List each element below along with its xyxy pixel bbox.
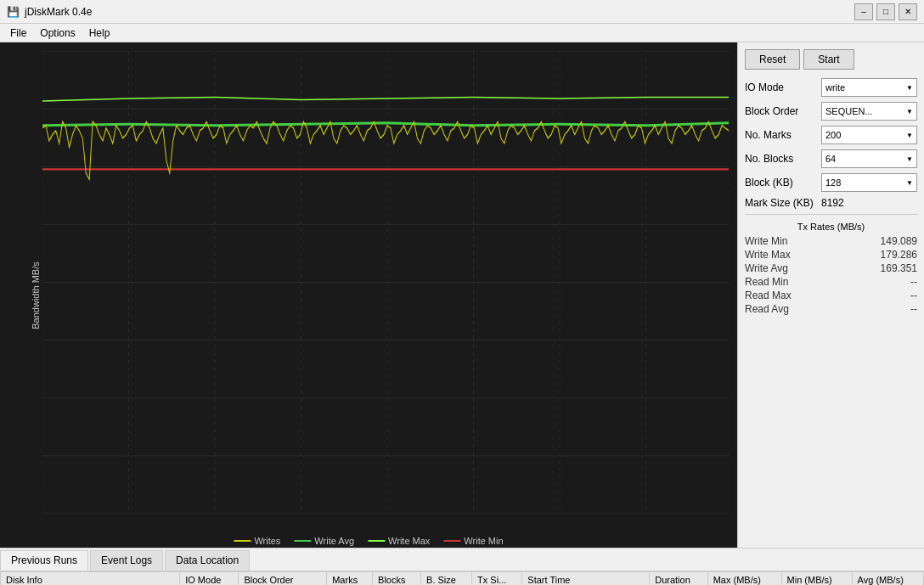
no-blocks-label: No. Blocks [745,153,821,165]
write-max-row: Write Max 179.286 [745,249,917,261]
legend-write-min: Write Min [443,536,503,546]
block-kb-value: 128 [825,177,841,188]
mark-size-value: 8192 [821,197,844,209]
col-max-mbs: Max (MB/s) [707,572,781,586]
no-marks-row: No. Marks 200 ▼ [745,126,917,144]
col-block-order: Block Order [239,572,327,586]
write-avg-row: Write Avg 169.351 [745,262,917,274]
col-start-time: Start Time [522,572,650,586]
writes-line-icon [234,540,251,542]
write-min-line-icon [443,540,460,542]
io-mode-label: IO Mode [745,82,821,93]
title-bar-controls: – □ ✕ [854,3,917,20]
block-order-row: Block Order SEQUEN... ▼ [745,102,917,121]
write-min-row: Write Min 149.089 [745,235,917,247]
read-max-value: -- [910,290,917,301]
io-mode-select[interactable]: write ▼ [821,78,917,97]
col-min-mbs: Min (MB/s) [781,572,852,586]
no-marks-label: No. Marks [745,129,821,141]
io-mode-dropdown-icon: ▼ [906,84,913,92]
read-avg-label: Read Avg [745,303,789,315]
block-kb-select[interactable]: 128 ▼ [821,173,917,192]
no-blocks-dropdown-icon: ▼ [906,155,913,163]
write-max-label: Write Max [745,249,791,261]
write-min-label: Write Min [745,235,787,247]
read-avg-row: Read Avg -- [745,303,917,315]
app-title: jDiskMark 0.4e [25,6,92,18]
block-kb-dropdown-icon: ▼ [906,179,913,187]
minimize-button[interactable]: – [854,3,873,20]
tx-rates-title: Tx Rates (MB/s) [745,222,917,232]
io-mode-value: write [825,82,845,93]
block-order-select[interactable]: SEQUEN... ▼ [821,102,917,121]
write-avg-label: Write Avg [745,262,788,274]
previous-runs-table-container: Disk Info IO Mode Block Order Marks Bloc… [0,571,924,585]
col-tx-size: Tx Si... [472,572,522,586]
action-buttons: Reset Start [745,49,917,70]
mark-size-label: Mark Size (KB) [745,197,821,209]
block-kb-label: Block (KB) [745,177,821,188]
block-kb-row: Block (KB) 128 ▼ [745,173,917,192]
menu-help[interactable]: Help [82,25,117,40]
legend-write-max-label: Write Max [388,536,430,546]
menu-options[interactable]: Options [33,25,82,40]
block-order-label: Block Order [745,105,821,117]
table-header: Disk Info IO Mode Block Order Marks Bloc… [1,572,924,586]
col-io-mode: IO Mode [180,572,239,586]
read-max-row: Read Max -- [745,290,917,301]
write-min-value: 149.089 [881,235,917,247]
tab-previous-runs[interactable]: Previous Runs [0,550,88,571]
legend-writes-label: Writes [254,536,280,546]
col-avg-mbs: Avg (MB/s) [852,572,923,586]
write-avg-value: 169.351 [881,262,917,274]
menu-bar: File Options Help [0,24,924,42]
col-blocks: Blocks [373,572,421,586]
block-order-value: SEQUEN... [825,106,873,116]
previous-runs-table: Disk Info IO Mode Block Order Marks Bloc… [0,571,924,585]
divider-1 [745,214,917,215]
legend-writes: Writes [234,536,280,546]
col-disk-info: Disk Info [1,572,180,586]
block-order-dropdown-icon: ▼ [906,108,913,115]
read-min-row: Read Min -- [745,276,917,288]
no-marks-dropdown-icon: ▼ [906,132,913,139]
col-duration: Duration [650,572,707,586]
write-max-value: 179.286 [881,249,917,261]
read-min-label: Read Min [745,276,788,288]
no-marks-select[interactable]: 200 ▼ [821,126,917,144]
menu-file[interactable]: File [3,25,33,40]
legend-write-avg: Write Avg [294,536,354,546]
app-icon: 💾 [7,6,20,18]
write-max-line-icon [368,540,385,542]
read-min-value: -- [910,276,917,288]
chart-legend: Writes Write Avg Write Max Write Min [234,536,503,546]
tab-bar: Previous Runs Event Logs Data Location [0,548,924,571]
chart-area: Bandwidth MB/s 0 25 [0,42,737,548]
read-avg-value: -- [910,303,917,315]
close-button[interactable]: ✕ [899,3,917,20]
tab-data-location[interactable]: Data Location [165,550,250,571]
title-bar-left: 💾 jDiskMark 0.4e [7,6,92,18]
main-layout: Bandwidth MB/s 0 25 [0,42,924,548]
col-marks: Marks [327,572,373,586]
maximize-button[interactable]: □ [876,3,895,20]
write-avg-line-icon [294,540,311,542]
no-blocks-value: 64 [825,154,836,164]
legend-write-avg-label: Write Avg [314,536,354,546]
col-b-size: B. Size [421,572,472,586]
no-blocks-select[interactable]: 64 ▼ [821,149,917,168]
y-axis-label: Bandwidth MB/s [31,262,41,329]
reset-button[interactable]: Reset [745,49,800,70]
read-max-label: Read Max [745,290,792,301]
no-blocks-row: No. Blocks 64 ▼ [745,149,917,168]
tab-event-logs[interactable]: Event Logs [90,550,163,571]
bottom-area: Previous Runs Event Logs Data Location D… [0,548,924,585]
bandwidth-chart: 0 25 50 75 100 125 150 175 200 0 25 50 7… [42,51,729,514]
legend-write-min-label: Write Min [464,536,503,546]
no-marks-value: 200 [825,130,841,140]
mark-size-row: Mark Size (KB) 8192 [745,197,917,209]
start-button[interactable]: Start [803,49,854,70]
right-panel: Reset Start IO Mode write ▼ Block Order … [737,42,924,548]
io-mode-row: IO Mode write ▼ [745,78,917,97]
legend-write-max: Write Max [368,536,430,546]
